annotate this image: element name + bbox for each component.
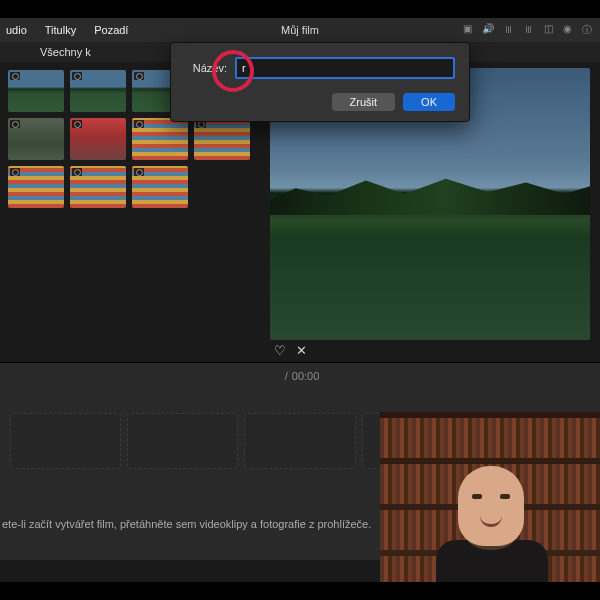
crop-icon[interactable]: ◫ <box>544 23 553 37</box>
camera-badge-icon <box>72 120 82 128</box>
webcam-overlay <box>380 412 600 582</box>
time-separator: / <box>285 370 288 382</box>
filter-icon[interactable]: ◉ <box>563 23 572 37</box>
info-icon[interactable]: ⓘ <box>582 23 592 37</box>
media-thumb[interactable] <box>70 70 126 112</box>
favorite-icon[interactable]: ♡ <box>274 343 286 358</box>
tab-titles[interactable]: Titulky <box>45 24 76 36</box>
ok-button[interactable]: OK <box>403 93 455 111</box>
cancel-button[interactable]: Zrušit <box>332 93 396 111</box>
name-label: Název: <box>185 62 227 74</box>
timeline-slot[interactable] <box>10 413 121 469</box>
camera-badge-icon <box>134 168 144 176</box>
equalizer-icon[interactable]: ⫼ <box>504 23 514 37</box>
media-thumb[interactable] <box>8 70 64 112</box>
media-thumb[interactable] <box>194 118 250 160</box>
timeline-hint: ete-li začít vytvářet film, přetáhněte s… <box>0 518 371 530</box>
time-total: 00:00 <box>292 370 320 382</box>
media-thumb[interactable] <box>70 118 126 160</box>
camera-badge-icon <box>134 72 144 80</box>
tab-backgrounds[interactable]: Pozadí <box>94 24 128 36</box>
camera-badge-icon <box>10 72 20 80</box>
reject-icon[interactable]: ✕ <box>296 343 307 358</box>
camera-badge-icon <box>72 168 82 176</box>
media-thumb[interactable] <box>132 166 188 208</box>
name-input[interactable] <box>235 57 455 79</box>
media-thumb[interactable] <box>132 118 188 160</box>
media-thumb[interactable] <box>70 166 126 208</box>
camera-badge-icon <box>10 168 20 176</box>
media-thumb[interactable] <box>8 166 64 208</box>
library-label: Všechny k <box>40 46 91 58</box>
camera-badge-icon <box>10 120 20 128</box>
camera-icon[interactable]: ▣ <box>463 23 472 37</box>
camera-badge-icon <box>134 120 144 128</box>
media-thumb[interactable] <box>8 118 64 160</box>
top-toolbar: udio Titulky Pozadí Můj film ▣ 🔊 ⫼ ⫼ ◫ ◉… <box>0 18 600 42</box>
tab-audio[interactable]: udio <box>6 24 27 36</box>
camera-badge-icon <box>72 72 82 80</box>
volume-icon[interactable]: 🔊 <box>482 23 494 37</box>
window-title: Můj film <box>281 24 319 36</box>
rename-dialog: Název: Zrušit OK <box>170 42 470 122</box>
time-display: / 00:00 <box>0 363 600 389</box>
timeline-slot[interactable] <box>127 413 238 469</box>
equalizer2-icon[interactable]: ⫼ <box>524 23 534 37</box>
toolbar-right: ▣ 🔊 ⫼ ⫼ ◫ ◉ ⓘ <box>463 23 600 37</box>
timeline-slot[interactable] <box>244 413 355 469</box>
